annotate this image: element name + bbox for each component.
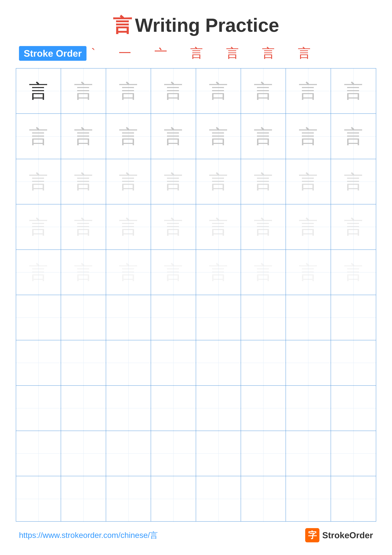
grid-cell-7-7[interactable] bbox=[331, 386, 376, 431]
stroke-order-badge: Stroke Order bbox=[19, 46, 86, 61]
grid-cell-8-6[interactable] bbox=[286, 431, 331, 476]
grid-cell-5-5[interactable] bbox=[241, 295, 286, 340]
cell-character: 言 bbox=[29, 263, 48, 282]
grid-cell-5-7[interactable] bbox=[331, 295, 376, 340]
grid-cell-9-4[interactable] bbox=[196, 476, 241, 521]
grid-cell-4-3[interactable]: 言 bbox=[151, 250, 196, 295]
grid-cell-0-7[interactable]: 言 bbox=[331, 68, 376, 113]
grid-cell-2-1[interactable]: 言 bbox=[61, 159, 106, 204]
grid-cell-6-5[interactable] bbox=[241, 340, 286, 385]
grid-cell-8-0[interactable] bbox=[16, 431, 61, 476]
cell-character: 言 bbox=[29, 217, 48, 236]
cell-character: 言 bbox=[254, 127, 273, 146]
grid-cell-5-2[interactable] bbox=[106, 295, 151, 340]
grid-cell-0-4[interactable]: 言 bbox=[196, 68, 241, 113]
cell-character: 言 bbox=[344, 127, 363, 146]
cell-character: 言 bbox=[254, 81, 273, 101]
stroke-order-chars: ` 一 亠 言 言 言 言 bbox=[91, 45, 314, 62]
grid-cell-1-2[interactable]: 言 bbox=[106, 114, 151, 159]
grid-cell-5-0[interactable] bbox=[16, 295, 61, 340]
grid-cell-8-3[interactable] bbox=[151, 431, 196, 476]
title-text: Writing Practice bbox=[135, 15, 279, 36]
grid-cell-3-6[interactable]: 言 bbox=[286, 204, 331, 249]
grid-cell-6-1[interactable] bbox=[61, 340, 106, 385]
grid-cell-1-5[interactable]: 言 bbox=[241, 114, 286, 159]
grid-cell-1-1[interactable]: 言 bbox=[61, 114, 106, 159]
grid-cell-4-0[interactable]: 言 bbox=[16, 250, 61, 295]
grid-cell-2-7[interactable]: 言 bbox=[331, 159, 376, 204]
grid-cell-3-5[interactable]: 言 bbox=[241, 204, 286, 249]
grid-cell-3-0[interactable]: 言 bbox=[16, 204, 61, 249]
grid-cell-0-3[interactable]: 言 bbox=[151, 68, 196, 113]
grid-cell-9-1[interactable] bbox=[61, 476, 106, 521]
grid-cell-4-2[interactable]: 言 bbox=[106, 250, 151, 295]
grid-cell-0-0[interactable]: 言 bbox=[16, 68, 61, 113]
grid-cell-9-0[interactable] bbox=[16, 476, 61, 521]
grid-cell-8-5[interactable] bbox=[241, 431, 286, 476]
cell-character: 言 bbox=[209, 127, 228, 146]
grid-cell-3-1[interactable]: 言 bbox=[61, 204, 106, 249]
grid-cell-5-3[interactable] bbox=[151, 295, 196, 340]
grid-cell-8-1[interactable] bbox=[61, 431, 106, 476]
grid-cell-0-5[interactable]: 言 bbox=[241, 68, 286, 113]
grid-cell-1-3[interactable]: 言 bbox=[151, 114, 196, 159]
grid-cell-4-1[interactable]: 言 bbox=[61, 250, 106, 295]
grid-cell-6-0[interactable] bbox=[16, 340, 61, 385]
grid-cell-2-3[interactable]: 言 bbox=[151, 159, 196, 204]
grid-cell-4-5[interactable]: 言 bbox=[241, 250, 286, 295]
grid-cell-6-2[interactable] bbox=[106, 340, 151, 385]
cell-character: 言 bbox=[74, 172, 93, 191]
grid-cell-7-1[interactable] bbox=[61, 386, 106, 431]
grid-cell-2-5[interactable]: 言 bbox=[241, 159, 286, 204]
grid-cell-4-6[interactable]: 言 bbox=[286, 250, 331, 295]
cell-character: 言 bbox=[299, 127, 318, 146]
grid-cell-7-4[interactable] bbox=[196, 386, 241, 431]
grid-cell-3-4[interactable]: 言 bbox=[196, 204, 241, 249]
grid-cell-7-6[interactable] bbox=[286, 386, 331, 431]
cell-character: 言 bbox=[254, 172, 273, 191]
grid-cell-6-7[interactable] bbox=[331, 340, 376, 385]
grid-cell-3-2[interactable]: 言 bbox=[106, 204, 151, 249]
grid-cell-8-2[interactable] bbox=[106, 431, 151, 476]
grid-cell-2-2[interactable]: 言 bbox=[106, 159, 151, 204]
grid-cell-9-3[interactable] bbox=[151, 476, 196, 521]
grid-cell-5-6[interactable] bbox=[286, 295, 331, 340]
footer-url[interactable]: https://www.strokeorder.com/chinese/言 bbox=[19, 530, 158, 540]
cell-character: 言 bbox=[119, 217, 138, 236]
grid-cell-3-3[interactable]: 言 bbox=[151, 204, 196, 249]
cell-character: 言 bbox=[74, 263, 93, 282]
grid-cell-6-3[interactable] bbox=[151, 340, 196, 385]
grid-cell-8-4[interactable] bbox=[196, 431, 241, 476]
practice-grid: 言言言言言言言言言言言言言言言言言言言言言言言言言言言言言言言言言言言言言言言言 bbox=[16, 68, 376, 522]
grid-cell-1-7[interactable]: 言 bbox=[331, 114, 376, 159]
grid-cell-9-6[interactable] bbox=[286, 476, 331, 521]
grid-cell-0-1[interactable]: 言 bbox=[61, 68, 106, 113]
grid-cell-4-7[interactable]: 言 bbox=[331, 250, 376, 295]
grid-cell-0-2[interactable]: 言 bbox=[106, 68, 151, 113]
footer-brand-icon: 字 bbox=[305, 528, 319, 542]
grid-cell-2-4[interactable]: 言 bbox=[196, 159, 241, 204]
grid-cell-6-6[interactable] bbox=[286, 340, 331, 385]
cell-character: 言 bbox=[344, 217, 363, 236]
grid-cell-6-4[interactable] bbox=[196, 340, 241, 385]
grid-cell-1-4[interactable]: 言 bbox=[196, 114, 241, 159]
grid-cell-2-6[interactable]: 言 bbox=[286, 159, 331, 204]
grid-cell-8-7[interactable] bbox=[331, 431, 376, 476]
grid-cell-2-0[interactable]: 言 bbox=[16, 159, 61, 204]
grid-cell-7-3[interactable] bbox=[151, 386, 196, 431]
grid-cell-1-0[interactable]: 言 bbox=[16, 114, 61, 159]
grid-cell-9-7[interactable] bbox=[331, 476, 376, 521]
grid-cell-5-4[interactable] bbox=[196, 295, 241, 340]
cell-character: 言 bbox=[299, 263, 318, 282]
grid-row-7 bbox=[16, 386, 376, 431]
grid-cell-0-6[interactable]: 言 bbox=[286, 68, 331, 113]
grid-cell-5-1[interactable] bbox=[61, 295, 106, 340]
grid-cell-7-0[interactable] bbox=[16, 386, 61, 431]
grid-cell-3-7[interactable]: 言 bbox=[331, 204, 376, 249]
grid-cell-4-4[interactable]: 言 bbox=[196, 250, 241, 295]
grid-cell-9-5[interactable] bbox=[241, 476, 286, 521]
grid-cell-9-2[interactable] bbox=[106, 476, 151, 521]
grid-cell-7-2[interactable] bbox=[106, 386, 151, 431]
grid-cell-7-5[interactable] bbox=[241, 386, 286, 431]
grid-cell-1-6[interactable]: 言 bbox=[286, 114, 331, 159]
